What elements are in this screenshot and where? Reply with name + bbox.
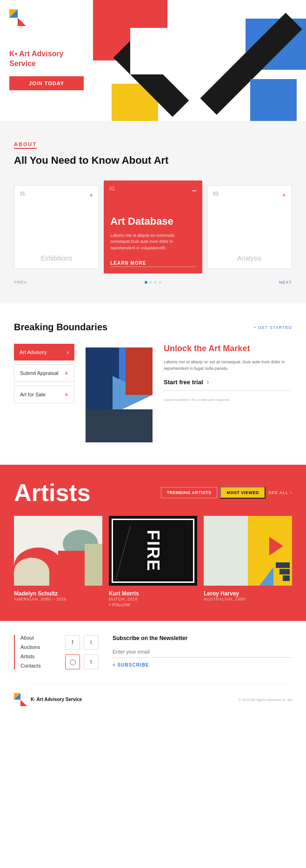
logo xyxy=(9,9,84,26)
cards-nav: PREV NEXT xyxy=(14,280,292,285)
breaking-title: Breaking Boundaries xyxy=(14,322,107,333)
artist-name-2: Kurt Morris xyxy=(109,590,197,597)
artist-follow-2[interactable]: + FOLLOW xyxy=(109,602,197,607)
artist-origin-3: AUSTRALIAN, 1990 xyxy=(204,597,292,601)
plus-icon-sale: + xyxy=(65,391,68,398)
geo-white xyxy=(130,28,195,74)
artists-grid: Madelyn Schultz AMERICAN, 2080 – 2026 FI… xyxy=(14,516,292,607)
artist-card-1[interactable]: Madelyn Schultz AMERICAN, 2080 – 2026 xyxy=(14,516,102,607)
footer-logo-icon xyxy=(14,693,27,706)
learn-more-link[interactable]: LEARN MORE xyxy=(110,260,196,267)
menu-label-sale: Art for Sale xyxy=(20,392,46,397)
hero-graphic xyxy=(93,0,306,121)
artist-origin-2: DUTCH, 2010 xyxy=(109,597,197,601)
tab-most-viewed[interactable]: Most Viewed xyxy=(220,487,266,499)
artist-img-1 xyxy=(14,516,102,586)
hero-title: K• Art Advisory Service xyxy=(9,49,84,69)
footer-link-auctions[interactable]: Auctions xyxy=(20,644,51,650)
get-started-link[interactable]: GET STARTED xyxy=(253,325,292,330)
footer-newsletter: Subscribe on the Newsletter SUBSCRIBE xyxy=(113,635,292,669)
footer-brand-name: K· Art Advisory Service xyxy=(31,696,82,703)
dot-4 xyxy=(159,281,161,284)
next-button[interactable]: NEXT xyxy=(279,280,292,285)
breaking-menu: Art Advisory › Submit Appraisal + Art fo… xyxy=(14,344,74,403)
menu-submit-appraisal[interactable]: Submit Appraisal + xyxy=(14,364,74,382)
footer-social: f t ◯ t xyxy=(65,635,99,669)
art-geo-bottom xyxy=(86,409,153,442)
artist-card-3[interactable]: Leroy Harvey AUSTRALIAN, 1990 xyxy=(204,516,292,607)
footer-logo: K· Art Advisory Service xyxy=(14,693,82,706)
brand-k: K xyxy=(9,50,15,58)
artist-origin-1: AMERICAN, 2080 – 2026 xyxy=(14,597,102,601)
footer-inner: About Auctions Artists Contacts f t ◯ t … xyxy=(14,635,292,669)
artist-name-3: Leroy Harvey xyxy=(204,590,292,597)
card-art-database[interactable]: 02. − Art Database Laboris nisi ut aliqu… xyxy=(104,180,202,274)
art-image xyxy=(82,344,156,446)
see-all-arrow: › xyxy=(290,490,292,495)
join-button[interactable]: JOIN TODAY xyxy=(9,76,84,90)
social-row-2: ◯ t xyxy=(65,654,99,669)
analysis-label: Analysis xyxy=(214,254,285,262)
hero-geo-art xyxy=(93,0,306,121)
start-trial[interactable]: Start free trial › xyxy=(164,378,292,391)
instagram-icon[interactable]: ◯ xyxy=(65,654,80,669)
trial-chevron-icon: › xyxy=(207,378,209,386)
about-title: All You Need to Know About Art xyxy=(14,154,292,167)
card-number-2: 02. xyxy=(109,186,116,191)
art-geo-red xyxy=(126,347,153,395)
card-minus: − xyxy=(192,186,197,196)
card-plus-1: + xyxy=(89,191,93,199)
plus-icon-appraisal: + xyxy=(65,369,68,377)
artist-img-2: FIRE xyxy=(109,516,197,586)
dot-3 xyxy=(154,281,157,284)
newsletter-title: Subscribe on the Newsletter xyxy=(113,635,292,641)
twitter-icon[interactable]: t xyxy=(84,635,99,650)
dot-1 xyxy=(145,281,147,284)
about-label: ABOUT xyxy=(14,141,37,149)
hero-left: K• Art Advisory Service JOIN TODAY xyxy=(0,0,93,121)
email-input[interactable] xyxy=(113,646,292,658)
footer-copyright: © 2015 All rights reserved. K· Art xyxy=(238,698,292,702)
footer-nav: About Auctions Artists Contacts xyxy=(14,635,51,669)
geo-blue2 xyxy=(250,79,297,121)
tab-trending[interactable]: Trending Artists xyxy=(161,487,218,498)
cards-row: 01. + Exhibitions 02. − Art Database Lab… xyxy=(14,180,292,274)
menu-art-for-sale[interactable]: Art for Sale + xyxy=(14,386,74,403)
menu-label-advisory: Art Advisory xyxy=(20,349,47,355)
dot-2 xyxy=(149,281,152,284)
tumblr-icon[interactable]: t xyxy=(84,654,99,669)
subscribe-button[interactable]: SUBSCRIBE xyxy=(113,662,292,668)
card-analysis[interactable]: 03. + Analysis xyxy=(207,185,292,269)
hero-section: K• Art Advisory Service JOIN TODAY xyxy=(0,0,306,121)
footer-link-contacts[interactable]: Contacts xyxy=(20,663,51,668)
unlock-desc: Laboris nisi ut aliquip oc est at conseq… xyxy=(164,359,292,372)
artists-section: Artists Trending Artists Most Viewed SEE… xyxy=(0,465,306,621)
footer-link-about[interactable]: About xyxy=(20,635,51,641)
logo-icon xyxy=(9,9,26,26)
social-row-1: f t xyxy=(65,635,99,650)
artists-header: Artists Trending Artists Most Viewed SEE… xyxy=(14,479,292,507)
artist-img-3 xyxy=(204,516,292,586)
breaking-header: Breaking Boundaries GET STARTED xyxy=(14,322,292,333)
unlock-text: Unlock the Art Market Laboris nisi ut al… xyxy=(164,344,292,403)
artists-title: Artists xyxy=(14,479,91,507)
see-all-link[interactable]: SEE ALL › xyxy=(268,490,292,495)
breaking-section: Breaking Boundaries GET STARTED Art Advi… xyxy=(0,303,306,465)
artists-tabs: Trending Artists Most Viewed SEE ALL › xyxy=(161,487,292,499)
artist-name-1: Madelyn Schultz xyxy=(14,590,102,597)
footer-link-artists[interactable]: Artists xyxy=(20,654,51,659)
artist-card-2[interactable]: FIRE Kurt Morris DUTCH, 2010 + FOLLOW xyxy=(109,516,197,607)
menu-art-advisory[interactable]: Art Advisory › xyxy=(14,344,74,361)
prev-button[interactable]: PREV xyxy=(14,280,27,285)
card-number-1: 01. xyxy=(20,191,27,196)
facebook-icon[interactable]: f xyxy=(65,635,80,650)
exhibitions-label: Exhibitions xyxy=(21,254,92,262)
about-section: ABOUT All You Need to Know About Art 01.… xyxy=(0,121,306,303)
trial-label: Start free trial xyxy=(164,379,203,386)
dots xyxy=(145,280,161,285)
card-plus-3: + xyxy=(282,191,286,199)
card-exhibitions[interactable]: 01. + Exhibitions xyxy=(14,185,99,269)
footer: About Auctions Artists Contacts f t ◯ t … xyxy=(0,621,306,720)
card-number-3: 03. xyxy=(213,191,220,196)
chevron-right-icon: › xyxy=(67,348,69,356)
